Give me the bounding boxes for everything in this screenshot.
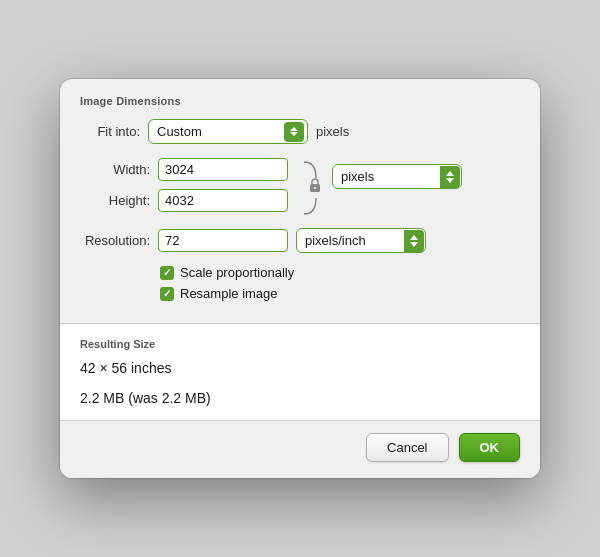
resulting-dimensions: 42 × 56 inches [80,360,520,376]
section-title: Image Dimensions [80,95,520,107]
resolution-label: Resolution: [80,233,150,248]
image-dimensions-section: Image Dimensions Fit into: Custom 640×48… [60,79,540,323]
height-input[interactable] [158,189,288,212]
scale-proportionally-checkbox[interactable] [160,266,174,280]
fit-into-label: Fit into: [80,124,140,139]
height-row: Height: [80,189,288,212]
width-input[interactable] [158,158,288,181]
resolution-unit-wrapper[interactable]: pixels/inch pixels/cm [296,228,426,253]
wh-unit-row: Width: Height: [80,158,520,218]
fit-into-select[interactable]: Custom 640×480 800×600 1024×768 1280×960… [148,119,308,144]
unit-select-container: pixels percent inches cm mm points picas [332,164,462,189]
resolution-input[interactable] [158,229,288,252]
resample-image-checkbox[interactable] [160,287,174,301]
unit-select-wrapper[interactable]: pixels percent inches cm mm points picas [332,164,462,189]
height-label: Height: [80,193,150,208]
resulting-filesize: 2.2 MB (was 2.2 MB) [80,390,520,406]
cancel-button[interactable]: Cancel [366,433,448,462]
ok-button[interactable]: OK [459,433,521,462]
width-label: Width: [80,162,150,177]
image-dimensions-dialog: Image Dimensions Fit into: Custom 640×48… [60,79,540,478]
wh-fields: Width: Height: [80,158,288,212]
width-row: Width: [80,158,288,181]
scale-proportionally-row[interactable]: Scale proportionally [80,265,520,280]
scale-proportionally-label: Scale proportionally [180,265,294,280]
lock-bracket [298,158,322,218]
resolution-row: Resolution: pixels/inch pixels/cm [80,228,520,253]
button-row: Cancel OK [60,420,540,478]
resolution-unit-select[interactable]: pixels/inch pixels/cm [296,228,426,253]
bracket-svg [298,158,322,218]
svg-point-1 [314,187,316,189]
resample-image-row[interactable]: Resample image [80,286,520,301]
unit-select[interactable]: pixels percent inches cm mm points picas [332,164,462,189]
resample-image-label: Resample image [180,286,278,301]
resulting-size-section: Resulting Size 42 × 56 inches 2.2 MB (wa… [60,323,540,420]
fit-pixels-label: pixels [316,124,349,139]
fit-into-row: Fit into: Custom 640×480 800×600 1024×76… [80,119,520,144]
fit-into-select-wrapper[interactable]: Custom 640×480 800×600 1024×768 1280×960… [148,119,308,144]
resulting-size-title: Resulting Size [80,338,520,350]
